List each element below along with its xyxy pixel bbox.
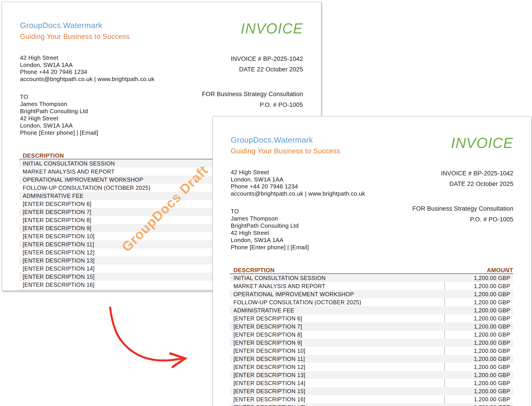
- table-row: [ENTER DESCRIPTION 14]1,200.00 GBP: [230, 379, 513, 387]
- screenshot-canvas: GroupDocs.Watermark Guiding Your Busines…: [0, 0, 532, 406]
- row-description: FOLLOW-UP CONSULTATION (OCTOBER 2025): [230, 299, 445, 306]
- company-address-line: accounts@brightpath.co.uk | www.brightpa…: [231, 190, 365, 197]
- row-amount: 1,200.00 GBP: [445, 380, 513, 386]
- row-description: [ENTER DESCRIPTION 13]: [230, 372, 445, 378]
- row-description: [ENTER DESCRIPTION 17]: [19, 290, 234, 291]
- company-address-line: London, SW1A 1AA: [20, 62, 154, 69]
- row-amount: 1,200.00 GBP: [445, 388, 513, 395]
- row-amount: 1,200.00 GBP: [445, 332, 513, 338]
- row-description: [ENTER DESCRIPTION 15]: [19, 274, 234, 280]
- company-address-line: 42 High Street: [20, 54, 154, 62]
- row-amount: 1,200.00 GBP: [445, 356, 513, 362]
- row-description: [ENTER DESCRIPTION 16]: [230, 396, 445, 403]
- row-description: [ENTER DESCRIPTION 6]: [19, 201, 234, 207]
- row-description: OPERATIONAL IMPROVEMENT WORKSHOP: [230, 291, 445, 297]
- row-description: [ENTER DESCRIPTION 11]: [230, 356, 445, 362]
- row-description: [ENTER DESCRIPTION 7]: [230, 323, 445, 330]
- company-address-line: London, SW1A 1AA: [231, 176, 365, 183]
- table-row: [ENTER DESCRIPTION 11]1,200.00 GBP: [230, 355, 513, 363]
- to-line: Phone [Enter phone] | [Email]: [231, 244, 309, 251]
- invoice-po: P.O. # PO-1005: [470, 216, 513, 223]
- table-header-amount: AMOUNT: [487, 267, 513, 274]
- company-address: 42 High Street London, SW1A 1AA Phone +4…: [231, 169, 365, 197]
- brand-name: GroupDocs.Watermark: [231, 135, 313, 144]
- brand-name: GroupDocs.Watermark: [20, 21, 102, 30]
- to-line: 42 High Street: [231, 229, 309, 236]
- row-amount: 1,200.00 GBP: [445, 315, 513, 322]
- to-line: 42 High Street: [20, 115, 98, 122]
- invoice-line-items: INITIAL CONSULTATION SESSION1,200.00 GBP…: [230, 274, 513, 406]
- row-description: [ENTER DESCRIPTION 9]: [19, 225, 234, 232]
- row-description: INITIAL CONSULTATION SESSION: [230, 275, 445, 281]
- to-line: James Thompson: [20, 100, 98, 108]
- to-line: London, SW1A 1AA: [20, 122, 98, 129]
- invoice-po: P.O. # PO-1005: [260, 102, 303, 109]
- row-amount: 1,200.00 GBP: [445, 364, 513, 370]
- row-amount: 1,200.00 GBP: [445, 299, 513, 306]
- company-address-line: 42 High Street: [231, 169, 365, 176]
- row-amount: 1,200.00 GBP: [445, 404, 513, 406]
- company-address-line: Phone +44 20 7946 1234: [20, 68, 154, 76]
- row-description: [ENTER DESCRIPTION 15]: [230, 388, 445, 395]
- row-description: ADMINISTRATIVE FEE: [230, 307, 445, 314]
- table-row: [ENTER DESCRIPTION 15]1,200.00 GBP: [230, 387, 513, 395]
- company-address-line: accounts@brightpath.co.uk | www.brightpa…: [20, 76, 154, 83]
- row-description: [ENTER DESCRIPTION 13]: [19, 257, 234, 264]
- to-line: BrightPath Consulting Ltd: [231, 222, 309, 229]
- table-header-description: DESCRIPTION: [23, 152, 64, 159]
- invoice-number: INVOICE # BP-2025-1042: [231, 56, 303, 62]
- row-amount: 1,200.00 GBP: [445, 307, 513, 314]
- row-description: ADMINISTRATIVE FEE: [19, 193, 234, 199]
- table-row: [ENTER DESCRIPTION 6]1,200.00 GBP: [230, 314, 513, 322]
- invoice-for: FOR Business Strategy Consultation: [202, 91, 303, 98]
- row-description: [ENTER DESCRIPTION 8]: [230, 332, 445, 338]
- row-amount: 1,200.00 GBP: [445, 396, 513, 403]
- row-description: [ENTER DESCRIPTION 16]: [19, 282, 234, 288]
- row-description: [ENTER DESCRIPTION 17]: [230, 404, 445, 406]
- invoice-date: DATE 22 October 2025: [239, 66, 303, 73]
- brand-tagline: Guiding Your Business to Success: [231, 147, 340, 155]
- row-description: [ENTER DESCRIPTION 12]: [230, 364, 445, 370]
- table-row: [ENTER DESCRIPTION 9]1,200.00 GBP: [230, 339, 513, 347]
- annotation-arrow: [99, 303, 202, 398]
- invoice-title: INVOICE: [241, 21, 303, 36]
- to-label: TO: [20, 93, 98, 100]
- to-label: TO: [231, 208, 309, 215]
- table-row: OPERATIONAL IMPROVEMENT WORKSHOP1,200.00…: [230, 290, 513, 298]
- row-amount: 1,200.00 GBP: [445, 372, 513, 378]
- to-line: BrightPath Consulting Ltd: [20, 108, 98, 115]
- table-row: [ENTER DESCRIPTION 8]1,200.00 GBP: [230, 331, 513, 339]
- table-row: FOLLOW-UP CONSULTATION (OCTOBER 2025)1,2…: [230, 298, 513, 306]
- row-description: FOLLOW-UP CONSULTATION (OCTOBER 2025): [19, 185, 234, 191]
- row-description: [ENTER DESCRIPTION 8]: [19, 217, 234, 224]
- table-row: [ENTER DESCRIPTION 7]1,200.00 GBP: [230, 322, 513, 331]
- table-row: [ENTER DESCRIPTION 13]1,200.00 GBP: [230, 371, 513, 379]
- invoice-page-clean: GroupDocs.Watermark Guiding Your Busines…: [212, 116, 532, 406]
- to-line: James Thompson: [231, 215, 309, 222]
- to-line: Phone [Enter phone] | [Email]: [20, 129, 98, 136]
- invoice-for: FOR Business Strategy Consultation: [412, 205, 513, 212]
- row-amount: 1,200.00 GBP: [445, 283, 513, 290]
- row-amount: 1,200.00 GBP: [445, 340, 513, 346]
- row-description: [ENTER DESCRIPTION 9]: [230, 340, 445, 346]
- table-row: INITIAL CONSULTATION SESSION1,200.00 GBP: [230, 274, 513, 282]
- invoice-date: DATE 22 October 2025: [449, 181, 513, 188]
- company-address: 42 High Street London, SW1A 1AA Phone +4…: [20, 54, 154, 83]
- row-amount: 1,200.00 GBP: [445, 348, 513, 354]
- to-line: London, SW1A 1AA: [231, 236, 309, 244]
- row-description: [ENTER DESCRIPTION 10]: [230, 348, 445, 354]
- bill-to-block: TO James Thompson BrightPath Consulting …: [231, 208, 309, 251]
- bill-to-block: TO James Thompson BrightPath Consulting …: [20, 93, 98, 136]
- table-row: [ENTER DESCRIPTION 10]1,200.00 GBP: [230, 347, 513, 355]
- row-amount: 1,200.00 GBP: [445, 291, 513, 297]
- brand-tagline: Guiding Your Business to Success: [20, 33, 130, 41]
- row-description: [ENTER DESCRIPTION 7]: [19, 209, 234, 215]
- table-row: ADMINISTRATIVE FEE1,200.00 GBP: [230, 306, 513, 314]
- row-description: [ENTER DESCRIPTION 6]: [230, 315, 445, 322]
- table-row: MARKET ANALYSIS AND REPORT1,200.00 GBP: [230, 282, 513, 290]
- row-description: [ENTER DESCRIPTION 14]: [230, 380, 445, 386]
- row-description: MARKET ANALYSIS AND REPORT: [230, 283, 445, 290]
- row-description: [ENTER DESCRIPTION 14]: [19, 265, 234, 272]
- table-row: [ENTER DESCRIPTION 17]1,200.00 GBP: [230, 403, 513, 406]
- row-amount: 1,200.00 GBP: [445, 323, 513, 330]
